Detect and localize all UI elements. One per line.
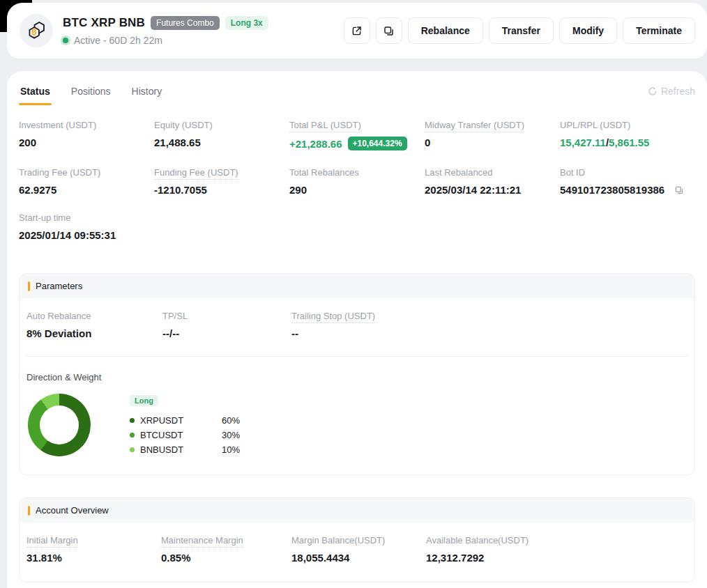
stat-total-rebalances: Total Rebalances 290: [289, 167, 425, 196]
parameters-section-title: Parameters: [36, 281, 82, 291]
direction-weight-title: Direction & Weight: [26, 372, 687, 382]
status-stats-grid: Investment (USDT) 200 Equity (USDT) 21,4…: [19, 120, 695, 241]
stat-last-rebalanced: Last Rebalanced 2025/03/14 22:11:21: [425, 167, 560, 196]
transfer-button[interactable]: Transfer: [489, 17, 554, 44]
bot-type-badge: Futures Combo: [151, 16, 220, 30]
status-runtime-text: Active - 60D 2h 22m: [74, 35, 162, 46]
funding-fee-tooltip-label[interactable]: Funding Fee (USDT): [154, 167, 238, 180]
modify-button[interactable]: Modify: [559, 17, 617, 44]
total-pnl-tooltip-label[interactable]: Total P&L (USDT): [289, 120, 361, 132]
legend-item: BNBUSDT 10%: [130, 444, 240, 455]
stat-margin-balance: Margin Balance(USDT) 18,055.4434: [291, 535, 426, 564]
bot-detail-card: Status Positions History Refresh Investm…: [7, 71, 707, 588]
refresh-label: Refresh: [661, 86, 695, 97]
copy-icon: [674, 185, 684, 195]
stat-startup-time: Start-up time 2025/01/14 09:55:31: [19, 212, 154, 241]
bot-header-card: B BTC XRP BNB Futures Combo Long 3x Acti…: [7, 3, 707, 59]
account-overview-section: Account Overview Initial Margin 31.81% M…: [19, 497, 695, 582]
stat-funding-fee: Funding Fee (USDT) -1210.7055: [154, 167, 289, 196]
bot-id-value: 549101723805819386: [560, 184, 664, 196]
tab-history[interactable]: History: [130, 86, 164, 105]
direction-weight-chart: [28, 394, 91, 456]
tab-bar: Status Positions History Refresh: [19, 86, 695, 105]
rebalance-button[interactable]: Rebalance: [408, 17, 483, 44]
maintenance-margin-tooltip-label[interactable]: Maintenance Margin: [161, 535, 243, 548]
refresh-button[interactable]: Refresh: [648, 86, 695, 97]
orange-accent-bar: [28, 281, 30, 291]
copy-bot-id-button[interactable]: [674, 185, 684, 195]
active-tab-underline: [19, 103, 52, 105]
stat-trading-fee: Trading Fee (USDT) 62.9275: [19, 167, 154, 196]
external-link-icon: [351, 25, 363, 37]
stat-available-balance: Available Balance(USDT) 12,312.7292: [426, 535, 687, 564]
bot-logo: B: [20, 14, 53, 47]
refresh-icon: [648, 86, 657, 96]
active-status-dot: [63, 38, 68, 43]
parameters-section-header: Parameters: [20, 274, 694, 298]
long-side-badge: Long: [130, 395, 158, 406]
duplicate-bot-button[interactable]: [376, 17, 402, 44]
legend-dot: [130, 418, 135, 423]
parameters-section: Parameters Auto Rebalance 8% Deviation T…: [19, 273, 695, 475]
rpl-value: 5,861.55: [609, 137, 649, 148]
param-trailing-stop: Trailing Stop (USDT) --: [291, 311, 687, 339]
legend-item: BTCUSDT 30%: [130, 430, 240, 440]
stat-total-pnl: Total P&L (USDT) +21,288.66 +10,644.32%: [289, 120, 425, 150]
account-overview-title: Account Overview: [36, 505, 109, 516]
param-tp-sl: TP/SL --/--: [162, 311, 291, 339]
legend-dot: [130, 447, 135, 452]
donut-hole: [40, 405, 79, 444]
total-pnl-value: +21,288.66: [289, 138, 342, 150]
direction-weight-legend: Long XRPUSDT 60% BTCUSDT 30% BNBUSDT: [130, 394, 240, 455]
legend-dot: [130, 433, 135, 438]
upl-value: 15,427.11: [560, 137, 606, 148]
stat-investment: Investment (USDT) 200: [19, 120, 154, 150]
open-external-button[interactable]: [344, 17, 370, 44]
orange-accent-bar: [28, 506, 30, 516]
stat-equity: Equity (USDT) 21,488.65: [154, 120, 289, 150]
stat-midway-transfer: Midway Transfer (USDT) 0: [425, 120, 560, 150]
legend-item: XRPUSDT 60%: [130, 415, 240, 426]
midway-transfer-tooltip-label[interactable]: Midway Transfer (USDT): [425, 120, 524, 132]
stat-upl-rpl: UPL/RPL (USDT) 15,427.11/5,861.55: [560, 120, 695, 150]
account-overview-header: Account Overview: [20, 498, 694, 523]
copy-icon: [383, 25, 395, 37]
section-divider: [26, 356, 687, 357]
tab-positions[interactable]: Positions: [70, 86, 112, 105]
terminate-button[interactable]: Terminate: [623, 17, 695, 44]
param-auto-rebalance: Auto Rebalance 8% Deviation: [26, 311, 162, 339]
stat-bot-id: Bot ID 549101723805819386: [560, 167, 695, 196]
stat-maintenance-margin: Maintenance Margin 0.85%: [161, 535, 291, 564]
initial-margin-tooltip-label[interactable]: Initial Margin: [26, 535, 78, 548]
stat-initial-margin: Initial Margin 31.81%: [26, 535, 161, 564]
bot-title: BTC XRP BNB: [63, 16, 145, 30]
trailing-stop-tooltip-label[interactable]: Trailing Stop (USDT): [291, 311, 375, 323]
pnl-percent-badge: +10,644.32%: [348, 137, 407, 150]
hexagon-bitcoin-icon: B: [24, 19, 48, 42]
tab-status[interactable]: Status: [19, 86, 52, 105]
leverage-badge: Long 3x: [225, 16, 268, 30]
